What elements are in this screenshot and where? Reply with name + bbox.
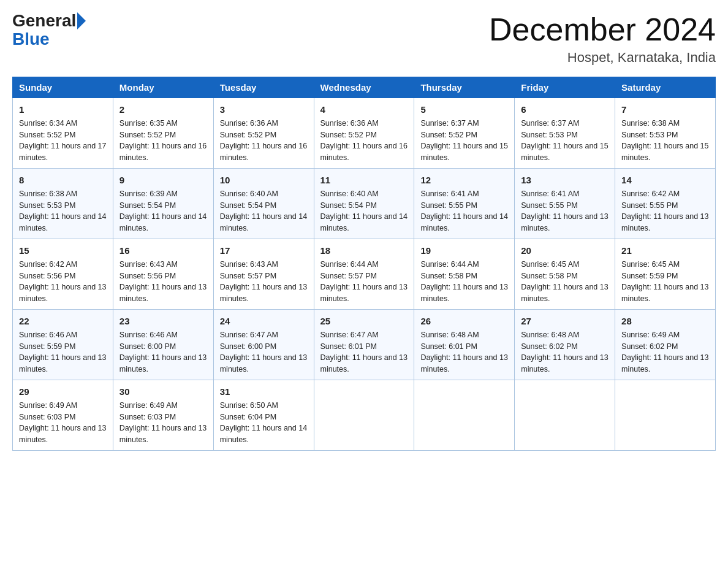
day-info: Sunrise: 6:36 AM Sunset: 5:52 PM Dayligh… [320, 119, 408, 162]
calendar-cell: 11 Sunrise: 6:40 AM Sunset: 5:54 PM Dayl… [314, 169, 414, 239]
day-info: Sunrise: 6:42 AM Sunset: 5:55 PM Dayligh… [621, 190, 708, 232]
day-number: 24 [220, 315, 308, 327]
day-info: Sunrise: 6:36 AM Sunset: 5:52 PM Dayligh… [220, 119, 307, 162]
calendar-cell: 28 Sunrise: 6:49 AM Sunset: 6:02 PM Dayl… [615, 310, 716, 380]
calendar-cell: 1 Sunrise: 6:34 AM Sunset: 5:52 PM Dayli… [13, 98, 113, 169]
day-info: Sunrise: 6:49 AM Sunset: 6:03 PM Dayligh… [19, 401, 106, 444]
title-block: December 2024 Hospet, Karnataka, India [489, 12, 716, 66]
day-info: Sunrise: 6:49 AM Sunset: 6:02 PM Dayligh… [621, 331, 708, 373]
day-header-sunday: Sunday [13, 77, 113, 98]
calendar-week-row: 1 Sunrise: 6:34 AM Sunset: 5:52 PM Dayli… [13, 98, 716, 169]
calendar-cell: 13 Sunrise: 6:41 AM Sunset: 5:55 PM Dayl… [515, 169, 615, 239]
day-info: Sunrise: 6:35 AM Sunset: 5:52 PM Dayligh… [119, 119, 207, 162]
day-number: 11 [320, 174, 408, 186]
day-info: Sunrise: 6:46 AM Sunset: 5:59 PM Dayligh… [19, 331, 106, 373]
day-number: 19 [420, 244, 508, 257]
day-header-wednesday: Wednesday [314, 77, 414, 98]
day-info: Sunrise: 6:37 AM Sunset: 5:53 PM Dayligh… [521, 119, 608, 162]
month-year-title: December 2024 [489, 12, 716, 47]
day-number: 5 [420, 103, 508, 116]
day-number: 2 [119, 103, 207, 116]
calendar-cell: 6 Sunrise: 6:37 AM Sunset: 5:53 PM Dayli… [515, 98, 615, 169]
calendar-cell: 8 Sunrise: 6:38 AM Sunset: 5:53 PM Dayli… [13, 169, 113, 239]
day-info: Sunrise: 6:47 AM Sunset: 6:01 PM Dayligh… [320, 331, 408, 373]
day-number: 3 [220, 103, 308, 116]
calendar-cell: 19 Sunrise: 6:44 AM Sunset: 5:58 PM Dayl… [414, 239, 515, 310]
logo-arrow-icon [77, 12, 86, 29]
day-info: Sunrise: 6:46 AM Sunset: 6:00 PM Dayligh… [119, 331, 207, 373]
day-number: 8 [19, 174, 107, 186]
calendar-header-row: SundayMondayTuesdayWednesdayThursdayFrid… [13, 77, 716, 98]
calendar-week-row: 15 Sunrise: 6:42 AM Sunset: 5:56 PM Dayl… [13, 239, 716, 310]
day-info: Sunrise: 6:45 AM Sunset: 5:59 PM Dayligh… [621, 260, 708, 303]
day-number: 6 [521, 103, 609, 116]
calendar-cell [615, 380, 716, 451]
calendar-cell: 21 Sunrise: 6:45 AM Sunset: 5:59 PM Dayl… [615, 239, 716, 310]
day-header-monday: Monday [113, 77, 213, 98]
calendar-cell [515, 380, 615, 451]
logo-general-text: General [12, 12, 76, 29]
day-number: 20 [521, 244, 609, 257]
calendar-cell: 9 Sunrise: 6:39 AM Sunset: 5:54 PM Dayli… [113, 169, 213, 239]
day-info: Sunrise: 6:42 AM Sunset: 5:56 PM Dayligh… [19, 260, 106, 303]
logo-blue-text: Blue [12, 29, 50, 48]
calendar-cell: 14 Sunrise: 6:42 AM Sunset: 5:55 PM Dayl… [615, 169, 716, 239]
day-number: 10 [220, 174, 308, 186]
day-number: 27 [521, 315, 609, 327]
calendar-cell: 17 Sunrise: 6:43 AM Sunset: 5:57 PM Dayl… [213, 239, 314, 310]
calendar-cell: 16 Sunrise: 6:43 AM Sunset: 5:56 PM Dayl… [113, 239, 213, 310]
day-info: Sunrise: 6:41 AM Sunset: 5:55 PM Dayligh… [521, 190, 608, 232]
day-number: 30 [119, 385, 207, 398]
day-number: 31 [220, 385, 308, 398]
calendar-cell: 26 Sunrise: 6:48 AM Sunset: 6:01 PM Dayl… [414, 310, 515, 380]
calendar-cell: 7 Sunrise: 6:38 AM Sunset: 5:53 PM Dayli… [615, 98, 716, 169]
calendar-cell: 31 Sunrise: 6:50 AM Sunset: 6:04 PM Dayl… [213, 380, 314, 451]
calendar-cell [414, 380, 515, 451]
calendar-cell: 22 Sunrise: 6:46 AM Sunset: 5:59 PM Dayl… [13, 310, 113, 380]
day-number: 25 [320, 315, 408, 327]
day-number: 14 [621, 174, 709, 186]
day-info: Sunrise: 6:49 AM Sunset: 6:03 PM Dayligh… [119, 401, 207, 444]
calendar-cell: 3 Sunrise: 6:36 AM Sunset: 5:52 PM Dayli… [213, 98, 314, 169]
day-number: 26 [420, 315, 508, 327]
location-title: Hospet, Karnataka, India [489, 50, 716, 66]
day-info: Sunrise: 6:44 AM Sunset: 5:58 PM Dayligh… [420, 260, 507, 303]
calendar-cell: 10 Sunrise: 6:40 AM Sunset: 5:54 PM Dayl… [213, 169, 314, 239]
day-number: 16 [119, 244, 207, 257]
logo: General Blue [12, 12, 87, 49]
calendar-cell: 18 Sunrise: 6:44 AM Sunset: 5:57 PM Dayl… [314, 239, 414, 310]
calendar-week-row: 22 Sunrise: 6:46 AM Sunset: 5:59 PM Dayl… [13, 310, 716, 380]
day-info: Sunrise: 6:43 AM Sunset: 5:56 PM Dayligh… [119, 260, 207, 303]
day-info: Sunrise: 6:43 AM Sunset: 5:57 PM Dayligh… [220, 260, 307, 303]
day-number: 9 [119, 174, 207, 186]
day-info: Sunrise: 6:40 AM Sunset: 5:54 PM Dayligh… [220, 190, 307, 232]
day-header-thursday: Thursday [414, 77, 515, 98]
day-number: 7 [621, 103, 709, 116]
page-header: General Blue December 2024 Hospet, Karna… [12, 12, 716, 66]
day-info: Sunrise: 6:40 AM Sunset: 5:54 PM Dayligh… [320, 190, 408, 232]
calendar-cell: 29 Sunrise: 6:49 AM Sunset: 6:03 PM Dayl… [13, 380, 113, 451]
day-info: Sunrise: 6:44 AM Sunset: 5:57 PM Dayligh… [320, 260, 408, 303]
calendar-cell: 4 Sunrise: 6:36 AM Sunset: 5:52 PM Dayli… [314, 98, 414, 169]
day-header-saturday: Saturday [615, 77, 716, 98]
calendar-cell: 20 Sunrise: 6:45 AM Sunset: 5:58 PM Dayl… [515, 239, 615, 310]
day-number: 18 [320, 244, 408, 257]
day-info: Sunrise: 6:38 AM Sunset: 5:53 PM Dayligh… [19, 190, 106, 232]
day-number: 22 [19, 315, 107, 327]
day-info: Sunrise: 6:48 AM Sunset: 6:01 PM Dayligh… [420, 331, 507, 373]
day-info: Sunrise: 6:50 AM Sunset: 6:04 PM Dayligh… [220, 401, 307, 444]
day-number: 12 [420, 174, 508, 186]
calendar-cell: 15 Sunrise: 6:42 AM Sunset: 5:56 PM Dayl… [13, 239, 113, 310]
day-info: Sunrise: 6:39 AM Sunset: 5:54 PM Dayligh… [119, 190, 207, 232]
day-info: Sunrise: 6:41 AM Sunset: 5:55 PM Dayligh… [420, 190, 507, 232]
day-number: 1 [19, 103, 107, 116]
day-header-tuesday: Tuesday [213, 77, 314, 98]
calendar-cell: 25 Sunrise: 6:47 AM Sunset: 6:01 PM Dayl… [314, 310, 414, 380]
calendar-cell: 23 Sunrise: 6:46 AM Sunset: 6:00 PM Dayl… [113, 310, 213, 380]
day-info: Sunrise: 6:45 AM Sunset: 5:58 PM Dayligh… [521, 260, 608, 303]
day-number: 28 [621, 315, 709, 327]
day-number: 13 [521, 174, 609, 186]
calendar-cell: 30 Sunrise: 6:49 AM Sunset: 6:03 PM Dayl… [113, 380, 213, 451]
calendar-cell [314, 380, 414, 451]
day-number: 23 [119, 315, 207, 327]
